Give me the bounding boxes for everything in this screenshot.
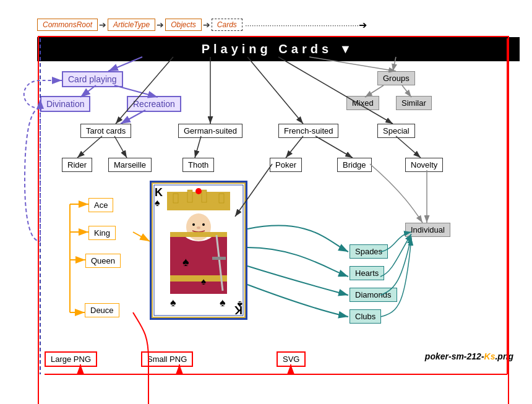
svg-line-46 — [114, 136, 127, 158]
svg-line-47 — [195, 136, 201, 158]
svg-line-43 — [247, 57, 303, 124]
king-card-image: K ♠ K ♠ — [150, 181, 247, 320]
svg-line-45 — [77, 136, 102, 158]
svg-text:♠: ♠ — [220, 296, 226, 309]
large-png-node[interactable]: Large PNG — [45, 351, 97, 367]
tarot-cards-node[interactable]: Tarot cards — [80, 124, 131, 138]
breadcrumb-cards[interactable]: Cards — [212, 19, 242, 31]
svg-rect-15 — [202, 190, 207, 202]
individual-node[interactable]: Individual — [405, 223, 450, 237]
breadcrumb: CommonsRoot ➔ ArticleType ➔ Objects ➔ Ca… — [37, 19, 367, 31]
spades-node[interactable]: Spades — [350, 244, 388, 259]
filename-label: poker-sm-212-Ks.png — [425, 351, 513, 361]
hearts-node[interactable]: Hearts — [350, 266, 384, 280]
svg-text:♠: ♠ — [155, 197, 160, 208]
special-node[interactable]: Special — [377, 124, 415, 138]
filename-black: poker-sm-212- — [425, 351, 484, 361]
card-svg: K ♠ K ♠ — [152, 183, 246, 318]
filename-ext: .png — [495, 351, 513, 361]
svg-line-50 — [396, 136, 421, 158]
bridge-node[interactable]: Bridge — [337, 158, 372, 172]
divination-node[interactable]: Divination — [40, 96, 90, 112]
arrow-1: ➔ — [99, 20, 106, 30]
deuce-node[interactable]: Deuce — [85, 303, 119, 317]
svg-text:K: K — [155, 186, 163, 199]
svg-line-41 — [116, 57, 173, 124]
svg-rect-36 — [38, 37, 508, 404]
breadcrumb-articletype[interactable]: ArticleType — [108, 19, 155, 31]
svg-rect-18 — [170, 232, 227, 237]
title-bar: Playing Cards ▼ — [37, 37, 520, 61]
svg-point-12 — [197, 226, 200, 229]
king-node[interactable]: King — [88, 226, 116, 240]
svg-line-49 — [315, 136, 353, 158]
title-text: Playing Cards ▼ — [202, 42, 356, 56]
svg-text:♠: ♠ — [201, 276, 206, 286]
groups-node[interactable]: Groups — [377, 71, 415, 85]
rider-node[interactable]: Rider — [62, 158, 92, 172]
svg-point-11 — [202, 223, 205, 226]
breadcrumb-commonsroot[interactable]: CommonsRoot — [37, 19, 98, 31]
svg-point-17 — [195, 188, 202, 194]
svg-point-10 — [192, 223, 195, 226]
diagram-container: CommonsRoot ➔ ArticleType ➔ Objects ➔ Ca… — [0, 0, 532, 404]
thoth-node[interactable]: Thoth — [182, 158, 214, 172]
svg-rect-19 — [170, 275, 227, 282]
recreation-node[interactable]: Recreation — [127, 96, 181, 112]
card-playing-node[interactable]: Card playing — [62, 71, 123, 87]
queen-node[interactable]: Queen — [85, 254, 121, 268]
poker-node[interactable]: Poker — [270, 158, 302, 172]
german-suited-node[interactable]: German-suited — [178, 124, 242, 138]
diamonds-node[interactable]: Diamonds — [350, 288, 397, 302]
svg-rect-16 — [219, 194, 224, 203]
svg-line-48 — [286, 136, 303, 158]
mixed-node[interactable]: Mixed — [346, 96, 379, 110]
svg-rect-13 — [173, 194, 178, 203]
svg-text:♠: ♠ — [170, 296, 176, 309]
svg-rect-14 — [187, 190, 192, 202]
svg-text:♠: ♠ — [182, 255, 189, 269]
svg-line-40 — [121, 110, 145, 124]
similar-node[interactable]: Similar — [396, 96, 432, 110]
filename-ks: Ks — [484, 351, 496, 361]
dotted-line: ········································… — [245, 20, 359, 30]
svg-line-44 — [278, 57, 393, 124]
svg-node[interactable]: SVG — [277, 351, 306, 367]
french-suited-node[interactable]: French-suited — [278, 124, 338, 138]
breadcrumb-objects[interactable]: Objects — [165, 19, 202, 31]
svg-line-61 — [133, 232, 150, 241]
marseille-node[interactable]: Marseille — [108, 158, 152, 172]
novelty-node[interactable]: Novelty — [405, 158, 443, 172]
small-png-node[interactable]: Small PNG — [141, 351, 193, 367]
arrow-right: ➔ — [359, 19, 367, 31]
arrow-2: ➔ — [157, 20, 164, 30]
svg-text:♠: ♠ — [237, 299, 242, 310]
svg-rect-21 — [212, 257, 226, 260]
clubs-node[interactable]: Clubs — [350, 309, 381, 324]
ace-node[interactable]: Ace — [88, 198, 113, 212]
arrow-3: ➔ — [203, 20, 210, 30]
